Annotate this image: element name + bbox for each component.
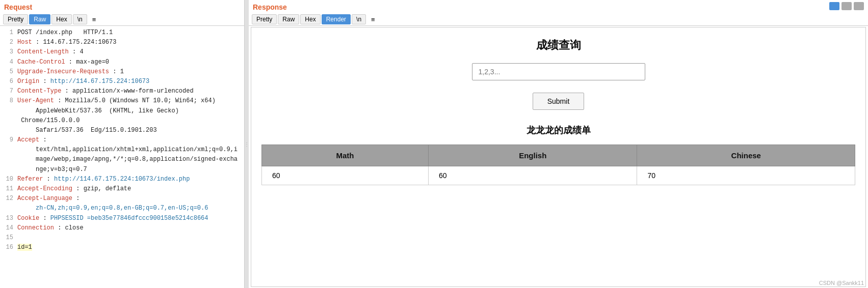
code-line: 9 Accept : text/html,application/xhtml+x… (3, 135, 241, 175)
request-title: Request (0, 0, 244, 13)
code-line: 14 Connection : close (3, 223, 241, 233)
page-title: 成绩查询 (536, 38, 581, 53)
code-line: 10 Referer : http://114.67.175.224:10673… (3, 175, 241, 184)
score-math: 60 (262, 166, 429, 185)
table-row: 60 60 70 (262, 166, 855, 185)
tab-raw-req[interactable]: Raw (29, 14, 50, 24)
request-code-area: 1 POST /index.php HTTP/1.1 2 Host : 114.… (0, 26, 244, 288)
layout-icon-3[interactable] (854, 2, 864, 10)
col-header-math: Math (262, 145, 429, 166)
submit-button[interactable]: Submit (533, 93, 585, 110)
request-tab-bar: Pretty Raw Hex \n ≡ (0, 13, 244, 26)
code-line: 1 POST /index.php HTTP/1.1 (3, 28, 241, 38)
code-line: 2 Host : 114.67.175.224:10673 (3, 38, 241, 47)
code-line: 3 Content-Length : 4 (3, 47, 241, 57)
score-chinese: 70 (637, 166, 855, 185)
code-line: 16 id=1 (3, 243, 241, 252)
panel-divider[interactable]: ⋮ (245, 0, 249, 288)
score-english: 60 (429, 166, 637, 185)
request-panel: Request Pretty Raw Hex \n ≡ 1 POST /inde… (0, 0, 245, 288)
watermark: CSDN @Sankk11 (819, 280, 864, 286)
response-title: Response (249, 0, 868, 13)
col-header-chinese: Chinese (637, 145, 855, 166)
top-right-icons (829, 2, 864, 10)
tab-newline-req[interactable]: \n (73, 14, 87, 24)
tab-hex-req[interactable]: Hex (51, 14, 71, 24)
code-line: 13 Cookie : PHPSESSID =beb35e77846dfccc9… (3, 214, 241, 223)
code-line: 15 (3, 233, 241, 243)
layout-icon-2[interactable] (841, 2, 852, 10)
tab-hex-res[interactable]: Hex (300, 14, 320, 24)
code-line: 5 Upgrade-Insecure-Requests : 1 (3, 67, 241, 77)
score-table: Math English Chinese 60 60 70 (261, 145, 855, 185)
code-line: 8 User-Agent : Mozilla/5.0 (Windows NT 1… (3, 96, 241, 135)
id-input[interactable] (472, 63, 645, 80)
code-line: 11 Accept-Encoding : gzip, deflate (3, 184, 241, 194)
tab-pretty-req[interactable]: Pretty (3, 14, 28, 24)
layout-icon-1[interactable] (829, 2, 839, 10)
code-line: 7 Content-Type : application/x-www-form-… (3, 87, 241, 96)
code-line: 6 Origin : http://114.67.175.224:10673 (3, 77, 241, 87)
code-line: 12 Accept-Language : zh-CN,zh;q=0.9,en;q… (3, 194, 241, 213)
tab-menu-req[interactable]: ≡ (88, 15, 100, 24)
tab-newline-res[interactable]: \n (352, 14, 366, 24)
tab-pretty-res[interactable]: Pretty (252, 14, 277, 24)
code-line: 4 Cache-Control : max-age=0 (3, 57, 241, 67)
result-title: 龙龙龙的成绩单 (527, 124, 591, 136)
tab-render-res[interactable]: Render (322, 14, 351, 24)
tab-raw-res[interactable]: Raw (278, 14, 299, 24)
response-tab-bar: Pretty Raw Hex Render \n ≡ (249, 13, 868, 26)
col-header-english: English (429, 145, 637, 166)
response-panel: Response Pretty Raw Hex Render \n ≡ 成绩查询… (249, 0, 868, 288)
render-area: 成绩查询 Submit 龙龙龙的成绩单 Math English Chinese… (251, 27, 866, 287)
tab-menu-res[interactable]: ≡ (367, 15, 379, 24)
